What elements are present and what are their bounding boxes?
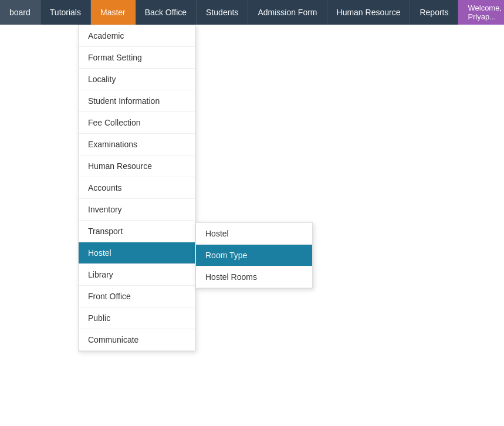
dropdown-item-inventory[interactable]: Inventory <box>79 199 195 221</box>
dropdown-item-library[interactable]: Library <box>79 264 195 286</box>
dropdown-item-communicate[interactable]: Communicate <box>79 329 195 351</box>
nav-item-tutorials[interactable]: Tutorials <box>40 0 91 25</box>
dropdown-item-transport[interactable]: Transport <box>79 221 195 242</box>
hostel-submenu: HostelRoom TypeHostel Rooms <box>195 222 313 289</box>
master-dropdown-menu: AcademicFormat SettingLocalityStudent In… <box>78 25 195 351</box>
dropdown-item-fee-collection[interactable]: Fee Collection <box>79 112 195 134</box>
nav-item-master[interactable]: Master <box>91 0 136 25</box>
nav-item-admission-form[interactable]: Admission Form <box>248 0 327 25</box>
submenu-item-hostel-sub[interactable]: Hostel <box>196 223 312 245</box>
dropdown-item-front-office[interactable]: Front Office <box>79 286 195 307</box>
nav-item-user[interactable]: Welcome, Priyap... <box>458 0 504 25</box>
dropdown-item-accounts[interactable]: Accounts <box>79 177 195 199</box>
nav-item-human-resource[interactable]: Human Resource <box>327 0 411 25</box>
dropdown-item-format-setting[interactable]: Format Setting <box>79 47 195 69</box>
submenu-item-hostel-rooms[interactable]: Hostel Rooms <box>196 266 312 288</box>
nav-item-dashboard[interactable]: board <box>0 0 40 25</box>
dropdown-item-academic[interactable]: Academic <box>79 25 195 47</box>
submenu-item-room-type[interactable]: Room Type <box>196 245 312 266</box>
dropdown-item-hostel[interactable]: Hostel <box>79 242 195 264</box>
navbar: boardTutorialsMasterBack OfficeStudentsA… <box>0 0 504 25</box>
dropdown-item-examinations[interactable]: Examinations <box>79 134 195 155</box>
dropdown-container: AcademicFormat SettingLocalityStudent In… <box>78 25 313 351</box>
nav-item-students[interactable]: Students <box>197 0 248 25</box>
dropdown-item-student-information[interactable]: Student Information <box>79 90 195 112</box>
dropdown-item-public[interactable]: Public <box>79 307 195 329</box>
nav-item-reports[interactable]: Reports <box>410 0 458 25</box>
dropdown-item-locality[interactable]: Locality <box>79 69 195 90</box>
nav-item-back-office[interactable]: Back Office <box>136 0 197 25</box>
dropdown-item-human-resource[interactable]: Human Resource <box>79 155 195 177</box>
